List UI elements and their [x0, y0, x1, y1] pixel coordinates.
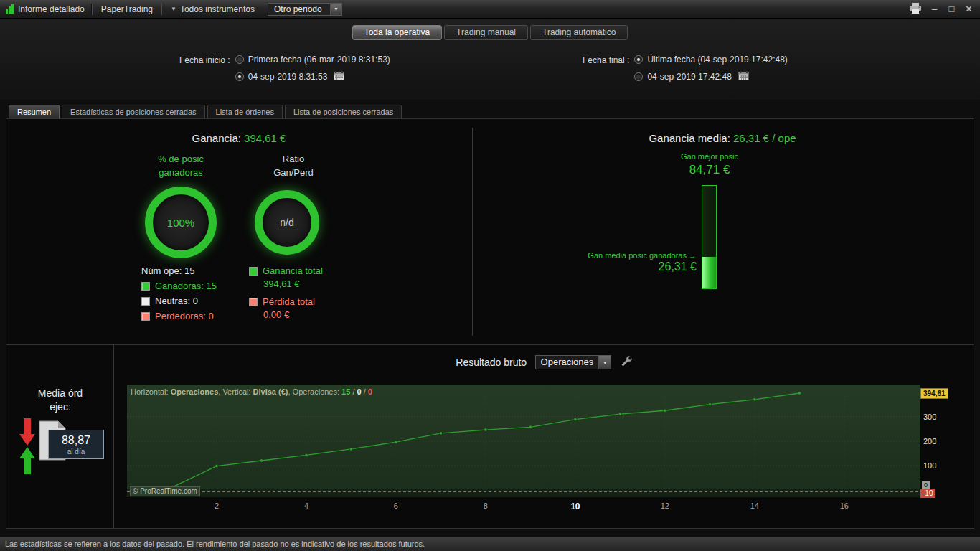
gain-loss-ratio-donut: n/d: [255, 190, 319, 255]
x-tick-label: 16: [836, 501, 853, 510]
fecha-final-option-ultima[interactable]: Última fecha (04-sep-2019 17:42:48): [634, 55, 787, 65]
tab-lista-ordenes[interactable]: Lista de órdenes: [207, 105, 283, 118]
media-ord-label: Media órd ejec:: [6, 387, 114, 414]
best-position-label: Gan mejor posic: [656, 152, 763, 161]
account-selector[interactable]: PaperTrading: [93, 0, 161, 18]
media-ord-unit: al día: [49, 448, 103, 456]
avg-win-fill: [702, 257, 716, 288]
axis-min-label: -10: [920, 489, 935, 498]
donut-ratio-title-line2: Gan/Perd: [243, 166, 344, 179]
zero-value-label: 0: [922, 481, 930, 489]
legend-label: Perdedoras: 0: [155, 311, 214, 321]
maximize-button[interactable]: □: [947, 4, 956, 14]
donut-ratio-title-line1: Ratio: [243, 152, 344, 166]
print-button[interactable]: [909, 3, 922, 16]
tab-resumen[interactable]: Resumen: [9, 105, 60, 118]
info-operations-label: , Operaciones:: [288, 387, 342, 396]
chart-info-line: Horizontal: Operaciones, Vertical: Divis…: [131, 387, 372, 396]
ganancia-value: 394,61 €: [244, 132, 286, 144]
x-tick-label: 8: [477, 501, 494, 510]
tab-estadisticas[interactable]: Estadísticas de posiciones cerradas: [62, 105, 204, 118]
radio-label: Última fecha (04-sep-2019 17:42:48): [647, 55, 787, 65]
radio-button[interactable]: [235, 72, 244, 81]
fecha-final-label: Fecha final :: [583, 55, 629, 83]
operative-tabs: Toda la operativa Trading manual Trading…: [0, 19, 980, 40]
instruments-selector[interactable]: ▼ Todos instrumentos: [162, 0, 263, 18]
fecha-inicio-option-custom[interactable]: 04-sep-2019 8:31:53: [235, 71, 390, 83]
horizontal-unit-dropdown[interactable]: Operaciones ▼: [535, 355, 612, 369]
winning-positions-donut: 100%: [145, 187, 217, 258]
tab-lista-posiciones[interactable]: Lista de posiciones cerradas: [285, 105, 402, 118]
info-vertical-value: Divisa (€): [253, 387, 288, 396]
x-tick-label: 4: [298, 501, 315, 510]
account-label: PaperTrading: [101, 4, 153, 14]
titlebar-right: – □ ×: [909, 3, 980, 16]
radio-button[interactable]: [634, 55, 643, 64]
prorealtime-watermark: © ProRealTime.com: [130, 486, 200, 496]
fecha-inicio-option-primera[interactable]: Primera fecha (06-mar-2019 8:31:53): [235, 55, 390, 65]
radio-button[interactable]: [235, 55, 244, 64]
x-axis[interactable]: 246810121416: [127, 501, 920, 512]
y-tick-label: 200: [923, 437, 936, 446]
minimize-button[interactable]: –: [930, 4, 939, 14]
calendar-picker[interactable]: [738, 71, 749, 83]
last-value-label: 394,61: [920, 388, 948, 399]
donut-posic-title: % de posic ganadoras: [127, 152, 235, 179]
printer-icon: [909, 3, 922, 14]
x-tick-label: 14: [746, 501, 763, 510]
calendar-picker[interactable]: [334, 71, 344, 83]
plot-area[interactable]: Horizontal: Operaciones, Vertical: Divis…: [127, 385, 920, 497]
salmon-swatch-icon: [141, 312, 150, 321]
ganancia-media-value: 26,31 € / ope: [733, 132, 796, 144]
perdida-total-label: Pérdida total: [263, 296, 315, 307]
period-dropdown[interactable]: Otro periodo ▼: [268, 3, 342, 16]
fecha-inicio-options: Primera fecha (06-mar-2019 8:31:53) 04-s…: [235, 55, 390, 83]
radio-label: 04-sep-2019 8:31:53: [248, 72, 328, 82]
ganancia-media-label: Ganancia media:: [649, 132, 730, 144]
fecha-inicio-label: Fecha inicio :: [179, 55, 230, 83]
close-button[interactable]: ×: [964, 4, 974, 14]
tab-trading-automatico[interactable]: Trading automático: [530, 25, 628, 40]
wrench-icon: [621, 355, 632, 367]
media-ord-value: 88,87: [49, 434, 103, 447]
window-title: Informe detallado: [18, 4, 92, 14]
dropdown-arrow-icon[interactable]: ▼: [330, 4, 341, 15]
white-swatch-icon: [141, 297, 150, 306]
horizontal-unit-value: Operaciones: [536, 356, 599, 369]
fecha-final-group: Fecha final : Última fecha (04-sep-2019 …: [583, 55, 788, 83]
instruments-label: Todos instrumentos: [180, 4, 255, 14]
chart-settings-button[interactable]: [621, 357, 632, 369]
y-tick-label: 100: [923, 461, 936, 470]
perdida-total-row: Pérdida total: [249, 296, 323, 307]
date-filters: Fecha inicio : Primera fecha (06-mar-201…: [0, 55, 980, 98]
report-tabstrip: Resumen Estadísticas de posiciones cerra…: [9, 105, 402, 118]
y-axis[interactable]: 100200300394,610-10: [920, 385, 958, 497]
summary-section: Ganancia: 394,61 € % de posic ganadoras …: [6, 119, 974, 344]
salmon-swatch-icon: [249, 298, 258, 306]
perdida-total-value: 0,00 €: [263, 309, 323, 320]
legend-label: Ganadoras: 15: [155, 281, 217, 291]
ganancia-label: Ganancia:: [192, 132, 241, 144]
result-section: Media órd ejec: 88,87 al día: [6, 344, 974, 528]
info-vertical-label: , Vertical:: [218, 387, 253, 396]
ganancia-total-label: Ganancia total: [263, 265, 323, 276]
winning-positions-value: 100%: [167, 217, 194, 229]
info-horizontal-value: Operaciones: [171, 387, 219, 396]
info-separator: /: [350, 387, 357, 396]
chart-column: Resultado bruto Operaciones ▼ Horizont: [114, 345, 974, 528]
fecha-final-option-custom[interactable]: 04-sep-2019 17:42:48: [634, 71, 787, 83]
app-logo-icon: [6, 4, 14, 14]
x-tick-label: 2: [208, 501, 225, 510]
ganancia-total-row: Ganancia total: [249, 265, 323, 276]
totals-legend: Ganancia total 394,61 € Pérdida total 0,…: [249, 265, 323, 327]
tab-toda-la-operativa[interactable]: Toda la operativa: [352, 25, 442, 40]
info-separator: /: [362, 387, 368, 396]
legend-item-perdedoras: Perdedoras: 0: [141, 311, 217, 321]
report-header: Toda la operativa Trading manual Trading…: [0, 19, 980, 100]
x-tick-label: 6: [387, 501, 405, 510]
radio-button[interactable]: [634, 72, 643, 81]
dropdown-arrow-icon[interactable]: ▼: [598, 356, 611, 369]
tab-trading-manual[interactable]: Trading manual: [444, 25, 528, 40]
legend-item-neutras: Neutras: 0: [141, 296, 217, 306]
donut-ratio-title: Ratio Gan/Perd: [243, 152, 344, 179]
